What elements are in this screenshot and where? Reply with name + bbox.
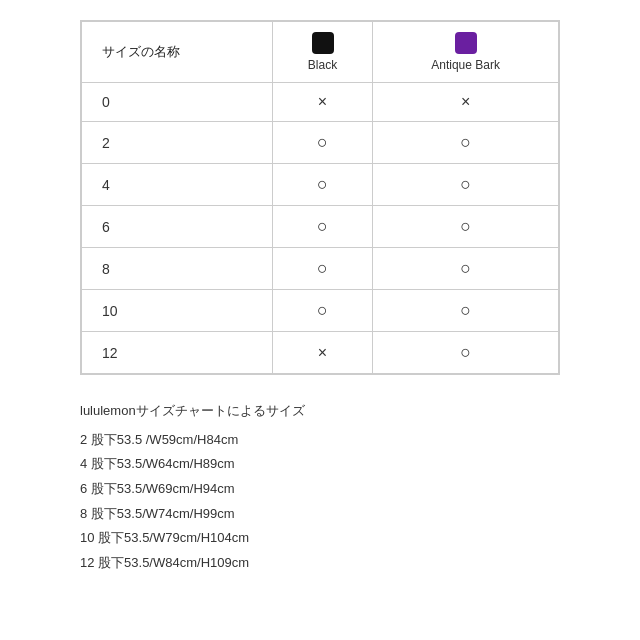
table-row: 6○○ [82, 206, 559, 248]
table-row: 0×× [82, 83, 559, 122]
size-value: 10 [102, 303, 118, 319]
unavailable-mark: × [318, 344, 327, 361]
table-body: 0××2○○4○○6○○8○○10○○12×○ [82, 83, 559, 374]
col1-cell: ○ [272, 290, 372, 332]
col1-cell: × [272, 332, 372, 374]
size-value: 8 [102, 261, 110, 277]
table-header-row: サイズの名称 Black Antique Bark [82, 22, 559, 83]
col1-cell: × [272, 83, 372, 122]
col1-cell: ○ [272, 248, 372, 290]
size-table-container: サイズの名称 Black Antique Bark 0××2○○4○○6○○8○ [80, 20, 560, 375]
col2-cell: ○ [373, 248, 559, 290]
black-swatch [312, 32, 334, 54]
col1-header: Black [272, 22, 372, 83]
notes-section: lululemonサイズチャートによるサイズ 2 股下53.5 /W59cm/H… [80, 399, 560, 576]
available-mark: ○ [460, 132, 471, 152]
col2-cell: ○ [373, 290, 559, 332]
size-value: 6 [102, 219, 110, 235]
size-cell: 8 [82, 248, 273, 290]
col1-cell: ○ [272, 122, 372, 164]
unavailable-mark: × [318, 93, 327, 110]
notes-lines: 2 股下53.5 /W59cm/H84cm4 股下53.5/W64cm/H89c… [80, 428, 560, 576]
available-mark: ○ [460, 174, 471, 194]
purple-color-cell: Antique Bark [381, 32, 550, 72]
size-name-header: サイズの名称 [82, 22, 273, 83]
size-value: 4 [102, 177, 110, 193]
notes-line: 8 股下53.5/W74cm/H99cm [80, 502, 560, 527]
table-row: 12×○ [82, 332, 559, 374]
size-value: 0 [102, 94, 110, 110]
available-mark: ○ [317, 258, 328, 278]
available-mark: ○ [317, 300, 328, 320]
table-row: 2○○ [82, 122, 559, 164]
size-cell: 0 [82, 83, 273, 122]
size-cell: 2 [82, 122, 273, 164]
table-row: 10○○ [82, 290, 559, 332]
size-value: 12 [102, 345, 118, 361]
col1-cell: ○ [272, 164, 372, 206]
col2-cell: ○ [373, 206, 559, 248]
notes-line: 2 股下53.5 /W59cm/H84cm [80, 428, 560, 453]
unavailable-mark: × [461, 93, 470, 110]
col1-cell: ○ [272, 206, 372, 248]
size-table: サイズの名称 Black Antique Bark 0××2○○4○○6○○8○ [81, 21, 559, 374]
purple-label: Antique Bark [431, 58, 500, 72]
table-row: 4○○ [82, 164, 559, 206]
size-cell: 4 [82, 164, 273, 206]
available-mark: ○ [317, 174, 328, 194]
notes-line: 4 股下53.5/W64cm/H89cm [80, 452, 560, 477]
size-cell: 12 [82, 332, 273, 374]
notes-line: 12 股下53.5/W84cm/H109cm [80, 551, 560, 576]
size-cell: 10 [82, 290, 273, 332]
size-name-label: サイズの名称 [102, 44, 180, 59]
col2-header: Antique Bark [373, 22, 559, 83]
available-mark: ○ [460, 300, 471, 320]
col2-cell: ○ [373, 122, 559, 164]
available-mark: ○ [460, 216, 471, 236]
available-mark: ○ [317, 132, 328, 152]
col2-cell: ○ [373, 332, 559, 374]
size-cell: 6 [82, 206, 273, 248]
table-row: 8○○ [82, 248, 559, 290]
notes-line: 6 股下53.5/W69cm/H94cm [80, 477, 560, 502]
available-mark: ○ [460, 342, 471, 362]
purple-swatch [455, 32, 477, 54]
notes-title: lululemonサイズチャートによるサイズ [80, 399, 560, 424]
available-mark: ○ [460, 258, 471, 278]
black-color-cell: Black [281, 32, 364, 72]
notes-line: 10 股下53.5/W79cm/H104cm [80, 526, 560, 551]
col2-cell: ○ [373, 164, 559, 206]
available-mark: ○ [317, 216, 328, 236]
col2-cell: × [373, 83, 559, 122]
black-label: Black [308, 58, 337, 72]
size-value: 2 [102, 135, 110, 151]
